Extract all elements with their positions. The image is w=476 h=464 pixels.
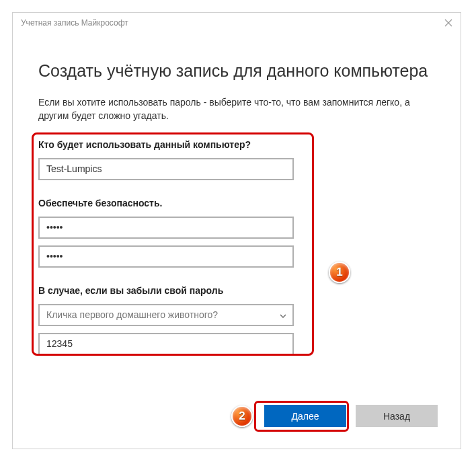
password-confirm-input[interactable]: [38, 245, 294, 268]
security-answer-input[interactable]: [38, 333, 294, 355]
forgot-label: В случае, если вы забыли свой пароль: [38, 285, 435, 296]
page-title: Создать учётную запись для данного компь…: [38, 61, 435, 81]
annotation-badge-2: 2: [231, 405, 253, 427]
title-bar: Учетная запись Майкрософт: [13, 13, 461, 33]
button-row: Далее Назад: [264, 405, 438, 427]
window-title: Учетная запись Майкрософт: [21, 18, 128, 28]
dialog-content: Создать учётную запись для данного компь…: [13, 33, 461, 362]
username-input[interactable]: [38, 158, 294, 180]
username-label: Кто будет использовать данный компьютер?: [38, 139, 435, 150]
security-question-value: Кличка первого домашнего животного?: [46, 309, 218, 320]
close-icon[interactable]: [444, 19, 452, 27]
security-question-select[interactable]: Кличка первого домашнего животного?: [38, 304, 294, 326]
security-label: Обеспечьте безопасность.: [38, 198, 435, 208]
page-subtext: Если вы хотите использовать пароль - выб…: [38, 95, 435, 123]
form-area: Кто будет использовать данный компьютер?…: [38, 139, 435, 362]
back-button[interactable]: Назад: [356, 405, 438, 427]
next-button[interactable]: Далее: [264, 405, 346, 427]
password-input[interactable]: [38, 217, 294, 239]
dialog-window: Учетная запись Майкрософт Создать учётну…: [12, 12, 461, 449]
annotation-badge-1: 1: [329, 262, 350, 283]
